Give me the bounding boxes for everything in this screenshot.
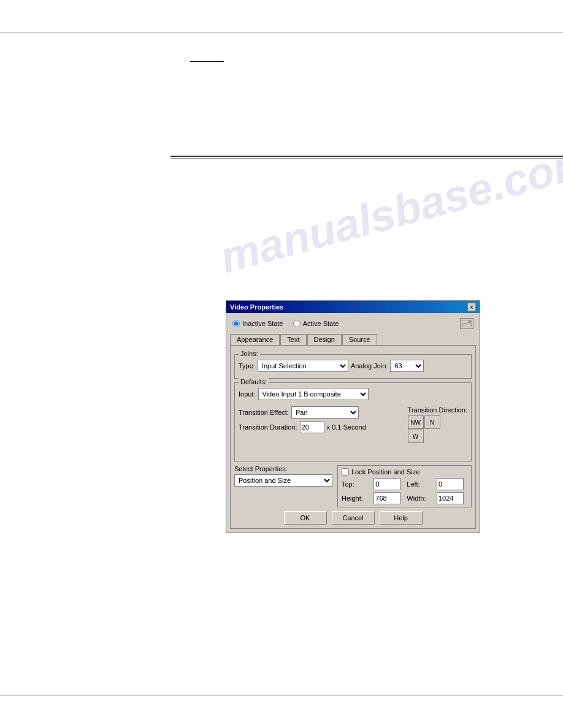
- transition-direction-section: Transition Direction: NW N W: [408, 406, 467, 457]
- dir-C: [424, 430, 440, 443]
- transition-duration-input[interactable]: 20: [300, 421, 324, 433]
- input-select[interactable]: Video Input 1 B composite: [258, 388, 369, 400]
- transition-effect-row: Transition Effect: Pan: [239, 406, 403, 419]
- dialog-titlebar: Video Properties ×: [226, 301, 480, 313]
- dir-NE: [441, 415, 457, 429]
- top-label: Top:: [342, 480, 371, 488]
- video-properties-dialog: Video Properties × Inactive State Active…: [226, 300, 480, 533]
- short-underline: [190, 61, 224, 62]
- dir-SW: [408, 444, 424, 457]
- select-props-left: Select Properties: Position and Size: [234, 465, 332, 487]
- tab-source[interactable]: Source: [342, 334, 377, 345]
- dir-E: [441, 430, 457, 443]
- width-input[interactable]: 1024: [437, 492, 464, 504]
- dir-SE: [441, 444, 457, 457]
- defaults-row: Input: Video Input 1 B composite: [239, 388, 467, 400]
- lock-pos-title: Lock Position and Size: [342, 468, 467, 476]
- bottom-divider: [0, 696, 563, 696]
- left-input[interactable]: 0: [437, 478, 464, 490]
- direction-grid: NW N W: [408, 415, 467, 457]
- ok-button[interactable]: OK: [284, 511, 327, 525]
- dir-W[interactable]: W: [408, 430, 424, 443]
- double-line-bottom: [170, 158, 563, 159]
- buttons-row: OK Cancel Help: [234, 511, 472, 525]
- active-state-label: Active State: [303, 320, 339, 327]
- inactive-state-group: Inactive State: [232, 320, 283, 327]
- type-label: Type:: [239, 362, 255, 370]
- dir-N[interactable]: N: [424, 415, 440, 429]
- inactive-state-label: Inactive State: [242, 320, 283, 327]
- joins-group: Joins: Type: Input Selection Analog Join…: [234, 354, 472, 379]
- joins-row: Type: Input Selection Analog Join: 63: [239, 360, 467, 372]
- top-divider: [0, 32, 563, 32]
- defaults-legend: Defaults:: [239, 378, 269, 385]
- dialog-title: Video Properties: [230, 303, 283, 311]
- transition-effect-label: Transition Effect:: [239, 409, 289, 416]
- cancel-button[interactable]: Cancel: [332, 511, 375, 525]
- image-icon: [462, 320, 472, 327]
- select-properties-label: Select Properties:: [234, 465, 332, 472]
- top-input[interactable]: 0: [373, 478, 400, 490]
- lock-position-label: Lock Position and Size: [351, 468, 419, 476]
- tab-appearance[interactable]: Appearance: [230, 334, 280, 345]
- svg-point-1: [469, 320, 471, 323]
- transition-left: Transition Effect: Pan Transition Durati…: [239, 406, 403, 436]
- transition-duration-row: Transition Duration: 20 x 0.1 Second: [239, 421, 403, 433]
- transition-section: Transition Effect: Pan Transition Durati…: [239, 406, 467, 457]
- tab-text[interactable]: Text: [280, 334, 306, 345]
- state-icon: [460, 318, 473, 329]
- input-label: Input:: [239, 390, 256, 398]
- tabs-row: Appearance Text Design Source: [230, 334, 476, 345]
- height-input[interactable]: 768: [373, 492, 400, 504]
- defaults-group: Defaults: Input: Video Input 1 B composi…: [234, 382, 472, 461]
- tab-design[interactable]: Design: [307, 334, 342, 345]
- dir-NW[interactable]: NW: [408, 415, 424, 429]
- width-label: Width:: [407, 495, 434, 502]
- joins-legend: Joins:: [239, 350, 260, 357]
- help-button[interactable]: Help: [380, 511, 423, 525]
- direction-label: Transition Direction:: [408, 406, 467, 414]
- double-line-top: [170, 156, 563, 157]
- lock-position-checkbox[interactable]: [342, 468, 349, 476]
- analog-join-label: Analog Join:: [351, 362, 388, 370]
- select-props-row: Select Properties: Position and Size Loc…: [234, 465, 472, 507]
- dir-S: [424, 444, 440, 457]
- duration-suffix: x 0.1 Second: [327, 423, 366, 431]
- active-state-radio[interactable]: [293, 320, 301, 327]
- close-button[interactable]: ×: [467, 303, 476, 311]
- analog-join-select[interactable]: 63: [390, 360, 424, 372]
- source-panel: Joins: Type: Input Selection Analog Join…: [230, 345, 476, 529]
- lock-position-group: Lock Position and Size Top: 0 Left: 0 He…: [337, 465, 472, 507]
- transition-effect-select[interactable]: Pan: [291, 406, 359, 419]
- height-label: Height:: [342, 495, 371, 502]
- select-properties-select[interactable]: Position and Size: [234, 474, 332, 487]
- transition-duration-label: Transition Duration:: [239, 423, 297, 431]
- state-row: Inactive State Active State: [230, 317, 476, 330]
- dialog-body: Inactive State Active State Appearance T…: [226, 313, 480, 533]
- active-state-group: Active State: [293, 320, 339, 327]
- position-grid: Top: 0 Left: 0 Height: 768 Width: 1024: [342, 478, 467, 504]
- watermark: manualsbase.com: [215, 135, 563, 283]
- left-label: Left:: [407, 480, 434, 488]
- inactive-state-radio[interactable]: [232, 320, 240, 327]
- type-select[interactable]: Input Selection: [258, 360, 348, 372]
